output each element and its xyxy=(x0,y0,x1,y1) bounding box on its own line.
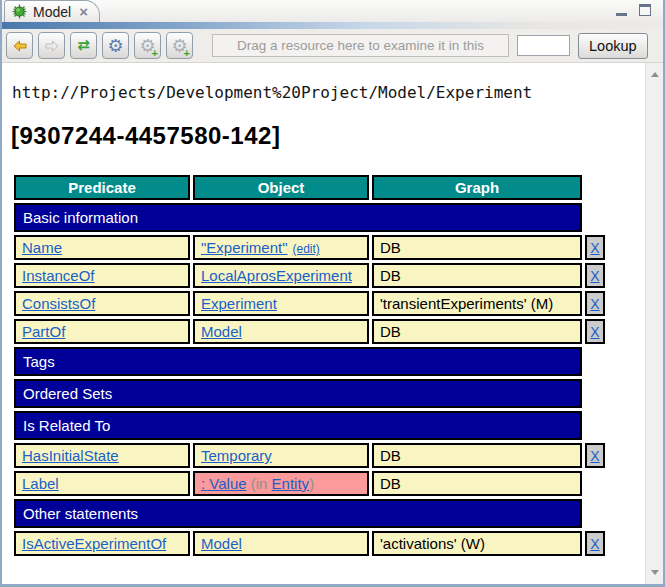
object-link[interactable]: Entity xyxy=(272,475,310,492)
remove-statement-link[interactable]: X xyxy=(590,268,599,284)
section-spacer-cell xyxy=(585,499,605,528)
predicate-link[interactable]: Label xyxy=(22,475,59,492)
back-button[interactable] xyxy=(6,32,33,59)
graph-cell: DB xyxy=(372,319,582,344)
predicate-cell: PartOf xyxy=(14,319,190,344)
refresh-button[interactable]: ⇄ xyxy=(70,32,97,59)
graph-cell: DB xyxy=(372,443,582,468)
lookup-input[interactable] xyxy=(517,35,570,56)
statement-row: IsActiveExperimentOfModel'activations' (… xyxy=(14,531,605,556)
drag-resource-dropzone[interactable]: Drag a resource here to examine it in th… xyxy=(212,34,509,57)
object-edit-link[interactable]: (edit) xyxy=(293,242,320,256)
model-view-window: Model × ⇄ ⚙ ⚙ + ⚙ xyxy=(0,0,665,587)
graph-cell: 'transientExperiments' (M) xyxy=(372,291,582,316)
plus-badge-icon: + xyxy=(184,47,190,59)
settings-add-button-2[interactable]: ⚙ + xyxy=(166,32,193,59)
section-spacer-cell xyxy=(585,347,605,376)
refresh-icon: ⇄ xyxy=(77,38,90,53)
predicate-link[interactable]: PartOf xyxy=(22,323,65,340)
graph-cell: 'activations' (W) xyxy=(372,531,582,556)
browser-toolbar: ⇄ ⚙ ⚙ + ⚙ + Drag a resource here to exam… xyxy=(2,29,663,63)
statement-row: HasInitialStateTemporaryDBX xyxy=(14,443,605,468)
object-cell: LocalAprosExperiment xyxy=(193,263,369,288)
section-header: Other statements xyxy=(14,499,582,528)
object-cell: Model xyxy=(193,319,369,344)
section-spacer-cell xyxy=(585,411,605,440)
statement-row: Name"Experiment"(edit)DBX xyxy=(14,235,605,260)
predicate-link[interactable]: ConsistsOf xyxy=(22,295,95,312)
predicate-link[interactable]: InstanceOf xyxy=(22,267,95,284)
object-link[interactable]: Model xyxy=(201,535,242,552)
object-annotation: (in xyxy=(247,475,272,492)
row-spacer-cell xyxy=(585,471,605,496)
object-annotation: ) xyxy=(309,475,314,492)
tab-bar: Model × xyxy=(2,0,663,22)
column-header-predicate: Predicate xyxy=(14,175,190,200)
object-cell: "Experiment"(edit) xyxy=(193,235,369,260)
section-header: Ordered Sets xyxy=(14,379,582,408)
forward-button[interactable] xyxy=(38,32,65,59)
resource-id-heading: [9307244-4457580-142] xyxy=(11,122,646,150)
scroll-up-arrow[interactable] xyxy=(651,72,659,77)
predicate-cell: Name xyxy=(14,235,190,260)
predicate-cell: HasInitialState xyxy=(14,443,190,468)
maximize-icon[interactable] xyxy=(639,4,651,16)
back-arrow-icon xyxy=(13,40,27,52)
statement-row: PartOfModelDBX xyxy=(14,319,605,344)
section-header: Is Related To xyxy=(14,411,582,440)
section-row: Is Related To xyxy=(14,411,605,440)
vertical-scrollbar[interactable] xyxy=(645,63,663,584)
predicate-link[interactable]: HasInitialState xyxy=(22,447,119,464)
settings-button[interactable]: ⚙ xyxy=(102,32,129,59)
remove-cell: X xyxy=(585,443,605,468)
column-header-object: Object xyxy=(193,175,369,200)
remove-statement-link[interactable]: X xyxy=(590,448,599,464)
graph-cell: DB xyxy=(372,235,582,260)
predicate-cell: ConsistsOf xyxy=(14,291,190,316)
graph-cell: DB xyxy=(372,471,582,496)
remove-statement-link[interactable]: X xyxy=(590,324,599,340)
remove-cell: X xyxy=(585,263,605,288)
object-link[interactable]: Experiment xyxy=(201,295,277,312)
section-spacer-cell xyxy=(585,379,605,408)
page-scroll-pane: http://Projects/Development%20Project/Mo… xyxy=(2,63,646,584)
remove-cell: X xyxy=(585,235,605,260)
gear-icon: ⚙ xyxy=(107,37,123,55)
object-link[interactable]: : Value xyxy=(201,475,247,492)
resource-uri: http://Projects/Development%20Project/Mo… xyxy=(12,83,646,102)
predicate-cell: InstanceOf xyxy=(14,263,190,288)
view-controls xyxy=(616,0,663,16)
remove-cell: X xyxy=(585,319,605,344)
remove-statement-link[interactable]: X xyxy=(590,536,599,552)
scroll-down-arrow[interactable] xyxy=(651,570,659,575)
object-link[interactable]: Temporary xyxy=(201,447,272,464)
tab-model[interactable]: Model × xyxy=(4,0,100,22)
object-link[interactable]: LocalAprosExperiment xyxy=(201,267,352,284)
section-row: Tags xyxy=(14,347,605,376)
minimize-icon[interactable] xyxy=(616,4,627,16)
remove-statement-link[interactable]: X xyxy=(590,240,599,256)
object-cell: Temporary xyxy=(193,443,369,468)
predicate-link[interactable]: Name xyxy=(22,239,62,256)
remove-cell: X xyxy=(585,291,605,316)
graph-cell: DB xyxy=(372,263,582,288)
section-header: Basic information xyxy=(14,203,582,232)
object-cell: Experiment xyxy=(193,291,369,316)
predicate-link[interactable]: IsActiveExperimentOf xyxy=(22,535,166,552)
lookup-button[interactable]: Lookup xyxy=(578,33,648,59)
browser-content-area: http://Projects/Development%20Project/Mo… xyxy=(2,63,663,584)
statement-row: InstanceOfLocalAprosExperimentDBX xyxy=(14,263,605,288)
tab-label: Model xyxy=(33,4,71,20)
model-bug-icon xyxy=(12,4,27,19)
object-link[interactable]: "Experiment" xyxy=(201,239,288,256)
settings-add-button-1[interactable]: ⚙ + xyxy=(134,32,161,59)
object-cell: : Value (in Entity) xyxy=(193,471,369,496)
section-spacer-cell xyxy=(585,203,605,232)
table-header-row: PredicateObjectGraph xyxy=(14,175,605,200)
object-cell: Model xyxy=(193,531,369,556)
remove-statement-link[interactable]: X xyxy=(590,296,599,312)
forward-arrow-icon xyxy=(45,40,59,52)
tab-close-icon[interactable]: × xyxy=(79,6,88,18)
predicate-cell: Label xyxy=(14,471,190,496)
object-link[interactable]: Model xyxy=(201,323,242,340)
